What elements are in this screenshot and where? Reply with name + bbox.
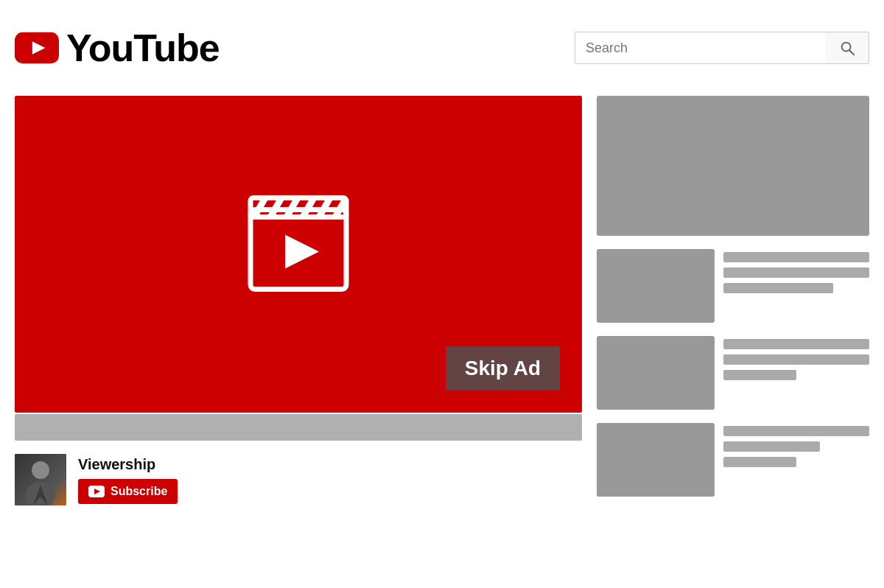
avatar-image xyxy=(15,454,66,505)
video-icon-container xyxy=(239,182,357,303)
search-button[interactable] xyxy=(825,32,869,64)
right-column xyxy=(597,96,869,505)
search-input[interactable] xyxy=(575,32,825,64)
video-title-line3 xyxy=(723,457,796,467)
search-icon xyxy=(839,40,855,56)
subscribe-button[interactable]: Subscribe xyxy=(78,479,178,504)
header: YouTube xyxy=(0,0,884,96)
video-info xyxy=(723,336,869,380)
video-title-line1 xyxy=(723,252,869,262)
svg-line-3 xyxy=(849,50,854,55)
avatar-silhouette xyxy=(15,454,66,505)
video-title-line1 xyxy=(723,426,869,436)
video-thumbnail xyxy=(597,336,715,410)
list-item xyxy=(597,249,869,323)
logo-container: YouTube xyxy=(15,26,220,70)
youtube-logo-icon xyxy=(15,26,59,70)
youtube-wordmark: YouTube xyxy=(66,26,220,70)
channel-name: Viewership xyxy=(78,456,178,473)
video-title-line3 xyxy=(723,370,796,380)
video-info xyxy=(723,249,869,293)
channel-details: Viewership Subscribe xyxy=(78,456,178,504)
video-title-line3 xyxy=(723,283,833,293)
top-ad-banner xyxy=(597,96,869,236)
svg-marker-13 xyxy=(285,235,319,269)
video-title-line2 xyxy=(723,267,869,278)
list-item xyxy=(597,423,869,497)
video-thumbnail xyxy=(597,423,715,497)
svg-point-16 xyxy=(32,461,49,479)
left-column: Skip Ad xyxy=(15,96,582,505)
search-container xyxy=(575,32,869,64)
video-title-line2 xyxy=(723,441,820,452)
main-content: Skip Ad xyxy=(0,96,884,505)
video-thumbnail xyxy=(597,249,715,323)
film-clapper-icon xyxy=(239,182,357,300)
video-title-line2 xyxy=(723,354,869,365)
skip-ad-button[interactable]: Skip Ad xyxy=(446,346,560,391)
video-info xyxy=(723,423,869,467)
list-item xyxy=(597,336,869,410)
channel-avatar xyxy=(15,454,66,505)
subscribe-yt-icon xyxy=(88,486,105,497)
subscribe-label: Subscribe xyxy=(110,485,167,498)
video-progress-bar[interactable] xyxy=(15,414,582,441)
channel-info: Viewership Subscribe xyxy=(15,454,582,505)
video-player[interactable]: Skip Ad xyxy=(15,96,582,413)
video-title-line1 xyxy=(723,339,869,349)
